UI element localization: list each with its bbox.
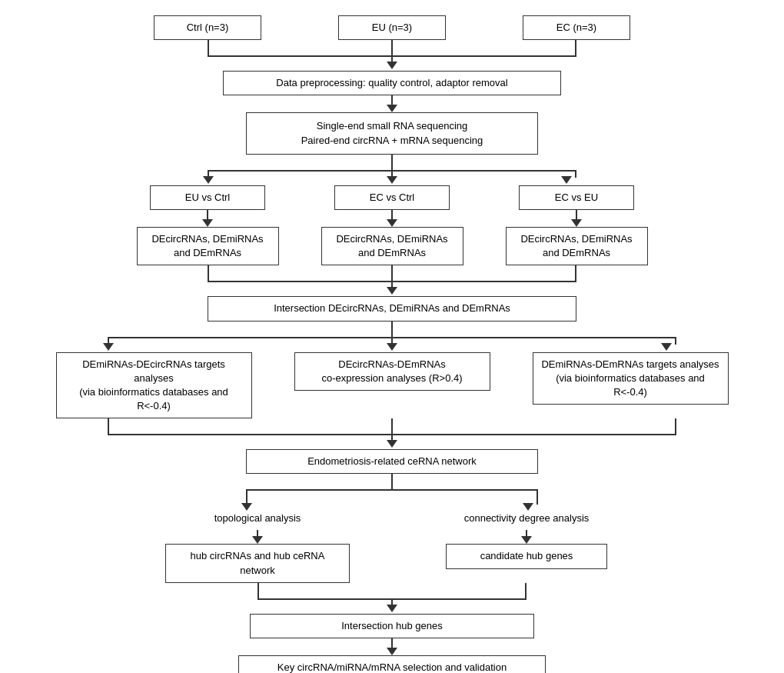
demi-decirc-line1: DEmiRNAs-DEcircRNAs targets analyses xyxy=(63,358,245,385)
de-mid-box: DEcircRNAs, DEmiRNAs and DEmRNAs xyxy=(321,227,463,265)
de-left-line1: DEcircRNAs, DEmiRNAs xyxy=(144,232,272,246)
decirc-demrna-box: DEcircRNAs-DEmRNAs co-expression analyse… xyxy=(294,352,490,391)
ctrl-box: Ctrl (n=3) xyxy=(154,15,261,40)
demi-decirc-box: DEmiRNAs-DEcircRNAs targets analyses (vi… xyxy=(56,352,252,419)
intersection-hub-box: Intersection hub genes xyxy=(250,614,534,638)
cerna-network-box: Endometriosis-related ceRNA network xyxy=(246,449,538,474)
demi-decirc-line2: (via bioinformatics databases and R<-0.4… xyxy=(63,385,245,413)
decirc-demrna-line2: co-expression analyses (R>0.4) xyxy=(301,371,483,385)
topological-label: topological analysis xyxy=(214,512,301,524)
de-mid-line2: and DEmRNAs xyxy=(328,246,457,260)
demi-demrna-line1: DEmiRNAs-DEmRNAs targets analyses xyxy=(540,358,722,371)
candidate-hub-box: candidate hub genes xyxy=(446,544,607,568)
ec-box: EC (n=3) xyxy=(523,15,630,40)
decirc-demrna-line1: DEcircRNAs-DEmRNAs xyxy=(301,358,483,371)
ec-vs-eu-box: EC vs EU xyxy=(519,185,634,210)
de-right-line1: DEcircRNAs, DEmiRNAs xyxy=(513,232,641,246)
eu-vs-ctrl-box: EU vs Ctrl xyxy=(150,185,265,210)
connectivity-label: connectivity degree analysis xyxy=(464,512,590,524)
intersection-box: Intersection DEcircRNAs, DEmiRNAs and DE… xyxy=(208,296,576,321)
flowchart: Ctrl (n=3) EU (n=3) EC (n=3) Data prepro… xyxy=(23,8,761,673)
de-right-line2: and DEmRNAs xyxy=(513,246,641,260)
key-selection-box: Key circRNA/miRNA/mRNA selection and val… xyxy=(238,655,546,673)
de-left-box: DEcircRNAs, DEmiRNAs and DEmRNAs xyxy=(137,227,279,265)
demi-demrna-line2: (via bioinformatics databases and R<-0.4… xyxy=(540,371,722,399)
de-mid-line1: DEcircRNAs, DEmiRNAs xyxy=(328,232,457,246)
sequencing-line1: Single-end small RNA sequencing xyxy=(257,119,527,133)
ec-vs-ctrl-box: EC vs Ctrl xyxy=(334,185,450,210)
hub-circrna-box: hub circRNAs and hub ceRNA network xyxy=(165,544,350,582)
de-right-box: DEcircRNAs, DEmiRNAs and DEmRNAs xyxy=(506,227,648,265)
sequencing-box: Single-end small RNA sequencing Paired-e… xyxy=(246,112,538,154)
sequencing-line2: Paired-end circRNA + mRNA sequencing xyxy=(257,134,527,148)
eu-box: EU (n=3) xyxy=(338,15,446,40)
preprocessing-box: Data preprocessing: quality control, ada… xyxy=(223,71,561,95)
demi-demrna-box: DEmiRNAs-DEmRNAs targets analyses (via b… xyxy=(533,352,729,405)
de-left-line2: and DEmRNAs xyxy=(144,246,272,260)
